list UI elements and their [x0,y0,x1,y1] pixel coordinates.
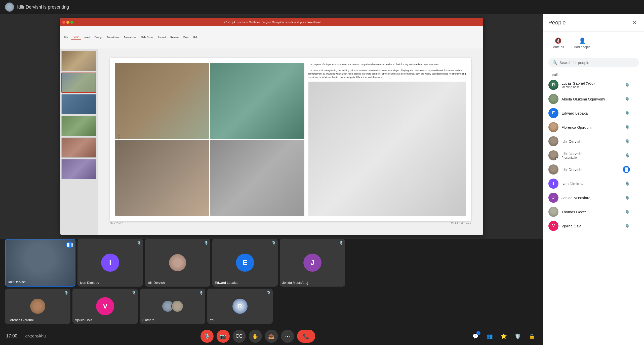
slide-thumb-6[interactable] [61,159,96,179]
ribbon-tab-file[interactable]: File [62,36,69,39]
tile-idlir-2: 🎙️ Idlir Dervishi [145,239,210,287]
speaking-indicator-idlir: ▐▌ [623,166,630,173]
more-abiola[interactable]: ⋮ [631,95,639,103]
ribbon-tab-help[interactable]: Help [192,36,200,39]
avatar-florenca-list [548,122,558,132]
ribbon-tab-animations[interactable]: Animations [122,36,138,39]
person-info-jonida: Jonida Mustafaraj [561,196,622,200]
close-btn[interactable] [62,21,65,24]
main-area: 2.1 Objekt sherbimi, Sadhorra, Torgina G… [0,14,644,345]
more-idlir1[interactable]: ⋮ [631,137,639,145]
person-item-ivan[interactable]: I Ivan Dimitrov 🎙️ ⋮ [543,177,644,191]
mute-thomas-list: 🎙️ [625,210,630,214]
person-item-edward[interactable]: E Edward Lebaka 🎙️ ⋮ [543,106,644,120]
mute-florenca: 🎙️ [64,291,68,295]
more-vjollca[interactable]: ⋮ [631,222,639,230]
person-item-idlir-pres[interactable]: ▶ Idlir Dervishi Presentation 🎙️ ⋮ [543,148,644,162]
person-info-idlir-pres: Idlir Dervishi Presentation [561,152,622,159]
person-name-edward: Edward Lebaka [561,111,622,115]
slide-thumb-5[interactable] [61,137,96,158]
bottom-center: 🎙️ 📷 CC ✋ 📤 ⋯ 📞 [200,330,315,343]
ribbon-tab-transitions[interactable]: Transitions [105,36,121,39]
more-ivan[interactable]: ⋮ [631,180,639,188]
slide-thumb-3[interactable] [61,94,96,114]
slide-thumb-2[interactable] [61,73,96,93]
person-item-lucas[interactable]: R Lucas Gabriel (You) Meeting host 🎙️ ⋮ [543,78,644,92]
more-idlir-speaking[interactable]: ⋮ [631,165,639,174]
presentation-area: 2.1 Objekt sherbimi, Sadhorra, Torgina G… [0,14,543,239]
in-call-label: In call [543,70,644,78]
people-panel: People ✕ 🔇 Mute all 👤 Add people 🔍 In ca… [543,14,644,345]
present-button[interactable]: 📤 [265,330,278,343]
search-box: 🔍 [548,58,639,67]
more-jonida[interactable]: ⋮ [631,194,639,202]
more-florenca[interactable]: ⋮ [631,123,639,131]
add-people-icon: 👤 [579,38,586,44]
person-info-ivan: Ivan Dimitrov [561,182,622,186]
mute-all-button[interactable]: 🔇 Mute all [548,36,568,51]
minimize-btn[interactable] [66,21,69,24]
person-name-jonida: Jonida Mustafaraj [561,196,622,200]
ribbon-tab-insert[interactable]: Insert [82,36,92,39]
ribbon-tab-review[interactable]: Review [169,36,180,39]
slide-img-right [308,82,466,216]
more-thomas[interactable]: ⋮ [631,208,639,216]
ribbon-tab-view[interactable]: View [182,36,190,39]
tile-name-edward: Edward Lebaka [215,281,237,285]
person-item-idlir-speaking[interactable]: Idlir Dervishi ▐▌ ⋮ [543,162,644,177]
ribbon-tab-record[interactable]: Record [156,36,167,39]
more-lucas[interactable]: ⋮ [631,81,639,89]
person-item-jonida[interactable]: J Jonida Mustafaraj 🎙️ ⋮ [543,191,644,205]
activities-button[interactable]: ⭐ [498,331,509,342]
mute-ivan: 🎙️ [137,241,141,245]
more-idlir-pres[interactable]: ⋮ [631,151,639,159]
mic-button[interactable]: 🎙️ [200,330,214,343]
person-item-florenca[interactable]: Florenca Gjorduni 🎙️ ⋮ [543,120,644,134]
search-input[interactable] [559,60,635,65]
ribbon-tab-design[interactable]: Design [93,36,104,39]
avatar-thomas-list [548,207,558,217]
person-item-abiola[interactable]: Abiola Olukemi Ogunyemi 🎙️ ⋮ [543,92,644,106]
person-actions-edward: 🎙️ ⋮ [625,109,639,117]
person-item-vjollca[interactable]: V Vjollca Osja 🎙️ ⋮ [543,219,644,233]
bottom-right: 💬 11 👥 ⭐ 🛡️ 🔒 [470,331,537,342]
person-actions-ivan: 🎙️ ⋮ [625,180,639,188]
people-button[interactable]: 👥 [484,331,495,342]
avatar-edward: E [236,254,254,272]
end-call-button[interactable]: 📞 [297,330,315,343]
camera-button[interactable]: 📷 [217,330,230,343]
host-button[interactable]: 🛡️ [512,331,523,342]
ppt-sidebar[interactable] [60,49,98,235]
captions-button[interactable]: CC [233,330,246,343]
tile-you: R 🎙️ You [207,289,273,324]
slide-number: 2 [115,216,116,219]
more-button[interactable]: ⋯ [281,330,294,343]
slide-thumb-4[interactable] [61,116,96,136]
person-item-idlir1[interactable]: Idlir Dervishi 🎙️ ⋮ [543,134,644,148]
person-item-thomas[interactable]: Thomas Goetz 🎙️ ⋮ [543,205,644,219]
mute-edward: 🎙️ [271,241,276,245]
add-people-button[interactable]: 👤 Add people [570,36,595,51]
people-list[interactable]: R Lucas Gabriel (You) Meeting host 🎙️ ⋮ … [543,78,644,345]
content-area: 2.1 Objekt sherbimi, Sadhorra, Torgina G… [0,14,543,345]
tile-jonida: J 🎙️ Jonida Mustafaraj [280,239,345,287]
person-info-idlir-speaking: Idlir Dervishi [561,167,620,172]
ppt-window: 2.1 Objekt sherbimi, Sadhorra, Torgina G… [60,18,483,235]
speaking-icon: ▐▌▐ [66,242,73,248]
chat-button[interactable]: 💬 11 [470,331,481,342]
maximize-btn[interactable] [70,21,73,24]
people-close-button[interactable]: ✕ [630,18,639,27]
more-edward[interactable]: ⋮ [631,109,639,117]
ribbon-tab-home[interactable]: Home [71,35,81,40]
ribbon-tab-slideshow[interactable]: Slide Show [139,36,155,39]
mute-vjollca-list: 🎙️ [625,224,630,228]
lock-button[interactable]: 🔒 [526,331,537,342]
avatar-ivan-list: I [548,179,558,189]
slide-left [115,63,304,216]
tile-name-3others: 3 others [142,318,154,322]
person-info-edward: Edward Lebaka [561,111,622,115]
slide-thumb-1[interactable] [61,51,96,71]
tile-vjollca: V 🎙️ Vjollca Osja [72,289,138,324]
ppt-title: 2.1 Objekt sherbimi, Sadhorra, Torgina G… [73,21,471,24]
raise-hand-button[interactable]: ✋ [249,330,262,343]
